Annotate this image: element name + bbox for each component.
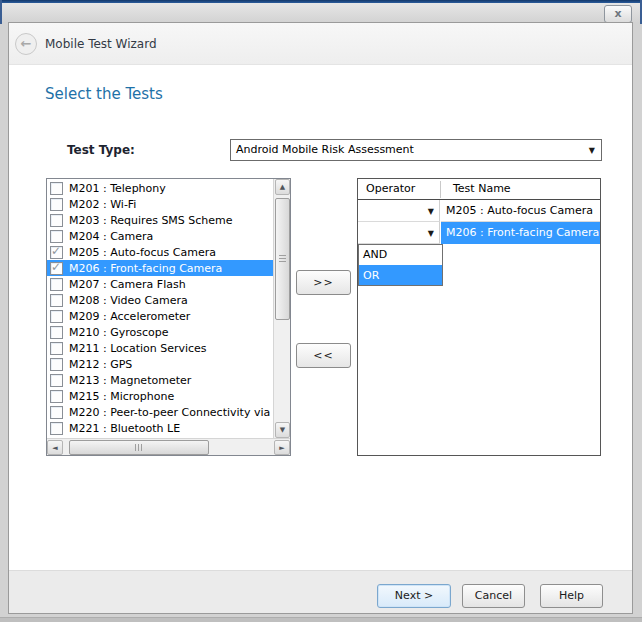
test-type-combobox[interactable]: Android Mobile Risk Assessment ▼ (230, 139, 602, 161)
table-header-row: Operator Test Name (358, 179, 600, 200)
test-checkbox[interactable]: ✓ (50, 278, 63, 291)
test-checkbox[interactable]: ✓ (50, 230, 63, 243)
wizard-header: ← Mobile Test Wizard (9, 23, 632, 65)
scroll-right-icon[interactable]: ► (274, 440, 290, 455)
test-label: M211 : Location Services (69, 342, 207, 355)
horizontal-scrollbar-thumb[interactable] (69, 440, 209, 455)
available-test-row[interactable]: ✓ M204 : Camera (47, 228, 273, 244)
operator-dropdown-list: ANDOR (358, 244, 443, 286)
test-checkbox[interactable]: ✓ (50, 374, 63, 387)
window-titlebar[interactable] (2, 3, 640, 22)
test-label: M212 : GPS (69, 358, 132, 371)
check-icon: ✓ (51, 244, 61, 258)
test-label: M203 : Requires SMS Scheme (69, 214, 233, 227)
test-name-cell[interactable]: M205 : Auto-focus Camera (441, 200, 600, 222)
check-icon: ✓ (51, 260, 61, 274)
available-test-row[interactable]: ✓ M202 : Wi-Fi (47, 196, 273, 212)
wizard-title: Mobile Test Wizard (45, 37, 157, 51)
remove-tests-button[interactable]: << (296, 343, 351, 368)
window-bottom-border (0, 617, 642, 622)
test-checkbox[interactable]: ✓ (50, 262, 63, 275)
cancel-button[interactable]: Cancel (462, 584, 525, 608)
test-checkbox[interactable]: ✓ (50, 214, 63, 227)
available-test-row[interactable]: ✓ M207 : Camera Flash (47, 276, 273, 292)
operator-option[interactable]: AND (359, 245, 442, 265)
vertical-scrollbar[interactable]: ▲ ▼ (273, 179, 290, 438)
available-test-row[interactable]: ✓ M215 : Microphone (47, 388, 273, 404)
test-checkbox[interactable]: ✓ (50, 326, 63, 339)
available-test-row[interactable]: ✓ M201 : Telephony (47, 180, 273, 196)
test-checkbox[interactable]: ✓ (50, 310, 63, 323)
chevron-down-icon[interactable]: ▼ (428, 207, 434, 216)
chevron-down-icon[interactable]: ▼ (589, 146, 595, 155)
selected-test-row[interactable]: ▼ M206 : Front-facing Camera (358, 222, 600, 244)
test-label: M205 : Auto-focus Camera (69, 246, 216, 259)
test-label: M209 : Accelerometer (69, 310, 190, 323)
operator-option[interactable]: OR (359, 265, 442, 285)
test-label: M207 : Camera Flash (69, 278, 186, 291)
test-checkbox[interactable]: ✓ (50, 422, 63, 435)
scroll-down-icon[interactable]: ▼ (275, 422, 290, 438)
selected-tests-table: Operator Test Name ▼ M205 : Auto-focus C… (357, 178, 601, 456)
available-test-row[interactable]: ✓ M212 : GPS (47, 356, 273, 372)
test-label: M221 : Bluetooth LE (69, 422, 180, 435)
available-test-row[interactable]: ✓ M205 : Auto-focus Camera (47, 244, 273, 260)
scroll-up-icon[interactable]: ▲ (275, 179, 290, 195)
test-checkbox[interactable]: ✓ (50, 358, 63, 371)
test-label: M201 : Telephony (69, 182, 166, 195)
operator-column-header: Operator (366, 182, 415, 195)
test-checkbox[interactable]: ✓ (50, 198, 63, 211)
page-title: Select the Tests (45, 85, 163, 103)
test-checkbox[interactable]: ✓ (50, 182, 63, 195)
chevron-down-icon[interactable]: ▼ (428, 229, 434, 238)
close-button[interactable]: x (604, 5, 632, 23)
footer-bar: Next >CancelHelp (9, 570, 632, 613)
mobile-test-wizard-window: x ← Mobile Test Wizard Select the Tests … (0, 0, 642, 622)
test-type-selected-value: Android Mobile Risk Assessment (236, 143, 414, 156)
available-test-row[interactable]: ✓ M203 : Requires SMS Scheme (47, 212, 273, 228)
horizontal-scrollbar[interactable]: ◄ ► (47, 438, 290, 455)
next-button[interactable]: Next > (377, 584, 451, 608)
available-test-row[interactable]: ✓ M210 : Gyroscope (47, 324, 273, 340)
test-checkbox[interactable]: ✓ (50, 294, 63, 307)
test-label: M208 : Video Camera (69, 294, 188, 307)
test-label: M215 : Microphone (69, 390, 174, 403)
test-checkbox[interactable]: ✓ (50, 246, 63, 259)
test-label: M202 : Wi-Fi (69, 198, 136, 211)
test-label: M204 : Camera (69, 230, 153, 243)
wizard-dialog: ← Mobile Test Wizard Select the Tests Te… (8, 22, 633, 614)
available-test-row[interactable]: ✓ M221 : Bluetooth LE (47, 420, 273, 436)
test-label: M220 : Peer-to-peer Connectivity via Blu… (69, 406, 273, 419)
available-tests-listbox: ✓ M201 : Telephony ✓ M202 : Wi-Fi ✓ M203… (46, 178, 291, 456)
available-test-row[interactable]: ✓ M211 : Location Services (47, 340, 273, 356)
vertical-scrollbar-thumb[interactable] (275, 198, 290, 320)
test-name-column-header: Test Name (453, 182, 511, 195)
test-label: M210 : Gyroscope (69, 326, 169, 339)
operator-cell[interactable]: ▼ (358, 222, 440, 244)
test-label: M213 : Magnetometer (69, 374, 191, 387)
scroll-left-icon[interactable]: ◄ (47, 440, 63, 455)
selected-test-row[interactable]: ▼ M205 : Auto-focus Camera (358, 200, 600, 222)
available-test-row[interactable]: ✓ M213 : Magnetometer (47, 372, 273, 388)
available-tests-items: ✓ M201 : Telephony ✓ M202 : Wi-Fi ✓ M203… (47, 180, 273, 438)
available-test-row[interactable]: ✓ M209 : Accelerometer (47, 308, 273, 324)
available-test-row[interactable]: ✓ M220 : Peer-to-peer Connectivity via B… (47, 404, 273, 420)
back-arrow-icon[interactable]: ← (15, 33, 37, 55)
help-button[interactable]: Help (540, 584, 603, 608)
test-checkbox[interactable]: ✓ (50, 342, 63, 355)
test-type-label: Test Type: (67, 143, 135, 157)
column-divider (440, 181, 441, 198)
test-name-cell[interactable]: M206 : Front-facing Camera (441, 222, 600, 244)
operator-cell[interactable]: ▼ (358, 200, 440, 222)
available-test-row[interactable]: ✓ M206 : Front-facing Camera (47, 260, 273, 276)
available-test-row[interactable]: ✓ M208 : Video Camera (47, 292, 273, 308)
test-checkbox[interactable]: ✓ (50, 406, 63, 419)
add-tests-button[interactable]: >> (296, 270, 351, 295)
test-checkbox[interactable]: ✓ (50, 390, 63, 403)
test-label: M206 : Front-facing Camera (69, 262, 222, 275)
